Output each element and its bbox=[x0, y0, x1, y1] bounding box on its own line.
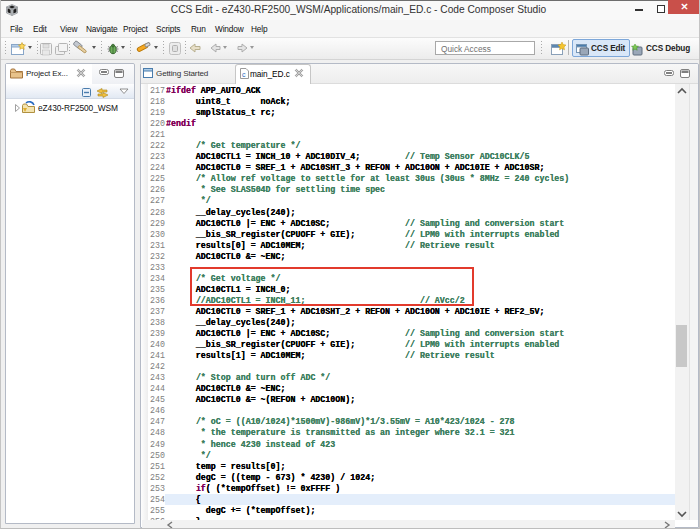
svg-text:c: c bbox=[242, 71, 246, 78]
